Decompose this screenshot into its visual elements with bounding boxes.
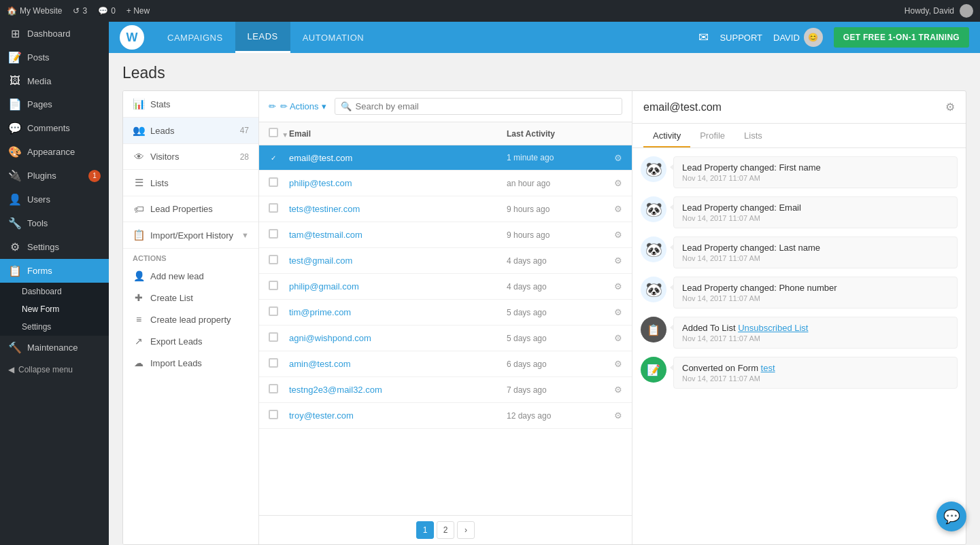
mail-icon[interactable]: ✉ [698, 30, 709, 45]
sidebar-item-tools[interactable]: 🔧 Tools [0, 211, 109, 235]
actions-button[interactable]: ✏ ✏ Actions ▾ [269, 101, 326, 111]
sidebar-item-maintenance[interactable]: 🔨 Maintenance [0, 336, 109, 359]
tab-lists[interactable]: Lists [734, 124, 772, 147]
row-checkbox[interactable] [269, 203, 278, 213]
forms-submenu-new-form[interactable]: New Form [0, 300, 109, 318]
admin-bar-revisions[interactable]: ↺ 3 [73, 6, 87, 16]
sidebar-item-posts[interactable]: 📝 Posts [0, 46, 109, 69]
sidebar-visitors[interactable]: 👁 Visitors 28 [123, 144, 258, 170]
sidebar-item-comments[interactable]: 💬 Comments [0, 116, 109, 140]
nav-leads[interactable]: LEADS [235, 22, 290, 53]
lead-row[interactable]: email@test.com 1 minute ago ⚙ [259, 145, 632, 171]
sidebar-stats[interactable]: 📊 Stats [123, 91, 258, 118]
row-checkbox[interactable] [269, 281, 278, 290]
lead-row[interactable]: tam@testmail.com 9 hours ago ⚙ [259, 222, 632, 248]
page-1-button[interactable]: 1 [416, 521, 434, 539]
lead-settings-icon[interactable]: ⚙ [602, 385, 622, 395]
action-import-leads[interactable]: ☁ Import Leads [123, 352, 258, 374]
nav-automation[interactable]: AUTOMATION [290, 22, 376, 53]
admin-bar: 🏠 My Website ↺ 3 💬 0 + New Howdy, David [0, 0, 980, 22]
chat-bubble-button[interactable]: 💬 [936, 502, 966, 531]
row-checkbox[interactable] [269, 332, 278, 342]
lead-email: philip@test.com [289, 178, 507, 188]
action-export-leads[interactable]: ↗ Export Leads [123, 330, 258, 352]
sidebar-import-export[interactable]: 📋 Import/Export History ▼ [123, 222, 258, 249]
wp-sidebar: ⊞ Dashboard 📝 Posts 🖼 Media 📄 Pages 💬 Co… [0, 22, 109, 545]
dashboard-icon: ⊞ [8, 27, 22, 40]
page-next-button[interactable]: › [457, 521, 475, 539]
lead-row[interactable]: tim@prime.com 5 days ago ⚙ [259, 300, 632, 326]
sidebar-item-forms[interactable]: 📋 Forms [0, 259, 109, 283]
lead-settings-icon[interactable]: ⚙ [602, 410, 622, 421]
support-link[interactable]: SUPPORT [720, 33, 762, 43]
activity-text: Converted on Form test [682, 363, 949, 373]
lead-row[interactable]: philip@gmail.com 4 days ago ⚙ [259, 274, 632, 300]
lead-settings-icon[interactable]: ⚙ [602, 307, 622, 317]
lead-activity: 4 days ago [507, 282, 602, 292]
admin-bar-site[interactable]: 🏠 My Website [7, 6, 62, 16]
row-checkbox[interactable] [269, 154, 278, 163]
forms-submenu-settings[interactable]: Settings [0, 318, 109, 336]
sidebar-lists[interactable]: ☰ Lists [123, 170, 258, 196]
sidebar-item-media[interactable]: 🖼 Media [0, 69, 109, 92]
cta-button[interactable]: GET FREE 1-ON-1 TRAINING [834, 27, 969, 48]
lead-settings-icon[interactable]: ⚙ [602, 204, 622, 214]
lead-row[interactable]: philip@test.com an hour ago ⚙ [259, 171, 632, 196]
row-checkbox[interactable] [269, 410, 278, 419]
action-create-list[interactable]: ✚ Create List [123, 287, 258, 309]
form-link[interactable]: test [761, 363, 775, 373]
lead-settings-icon[interactable]: ⚙ [602, 256, 622, 266]
page-2-button[interactable]: 2 [437, 521, 454, 539]
logo-button[interactable]: W [120, 25, 144, 50]
sidebar-item-dashboard[interactable]: ⊞ Dashboard [0, 22, 109, 46]
user-info[interactable]: DAVID 😊 [773, 28, 823, 47]
unsubscribed-list-link[interactable]: Unsubscribed List [738, 323, 808, 333]
lead-activity: an hour ago [507, 179, 602, 188]
visitors-count: 28 [240, 152, 249, 162]
lead-settings-icon[interactable]: ⚙ [602, 153, 622, 163]
lead-settings-icon[interactable]: ⚙ [602, 333, 622, 343]
select-all-checkbox[interactable] [269, 128, 278, 137]
lead-row[interactable]: amin@test.com 6 days ago ⚙ [259, 351, 632, 377]
admin-bar-comments[interactable]: 💬 0 [98, 6, 116, 16]
row-checkbox[interactable] [269, 384, 278, 393]
action-add-new-lead[interactable]: 👤 Add new lead [123, 265, 258, 287]
sidebar-item-settings[interactable]: ⚙ Settings [0, 235, 109, 259]
forms-submenu-dashboard[interactable]: Dashboard [0, 283, 109, 300]
collapse-menu-button[interactable]: ◀ Collapse menu [0, 359, 109, 380]
lead-settings-icon[interactable]: ⚙ [602, 178, 622, 188]
lead-settings-gear-icon[interactable]: ⚙ [945, 101, 955, 113]
tab-activity[interactable]: Activity [643, 124, 690, 147]
lead-settings-icon[interactable]: ⚙ [602, 359, 622, 369]
row-checkbox[interactable] [269, 255, 278, 264]
right-panel: email@test.com ⚙ Activity Profile Lists … [632, 91, 966, 544]
action-create-lead-property[interactable]: ≡ Create lead property [123, 309, 258, 330]
lead-row[interactable]: tets@testiner.com 9 hours ago ⚙ [259, 196, 632, 222]
row-checkbox[interactable] [269, 229, 278, 239]
sidebar-item-users[interactable]: 👤 Users [0, 188, 109, 211]
admin-bar-new[interactable]: + New [126, 6, 150, 16]
activity-time: Nov 14, 2017 11:07 AM [682, 294, 949, 302]
activity-avatar: 📝 [641, 357, 666, 383]
lead-activity: 1 minute ago [507, 153, 602, 162]
selected-lead-email: email@test.com [643, 101, 722, 113]
lead-settings-icon[interactable]: ⚙ [602, 230, 622, 240]
sidebar-item-pages[interactable]: 📄 Pages [0, 92, 109, 116]
sidebar-item-appearance[interactable]: 🎨 Appearance [0, 140, 109, 164]
nav-campaigns[interactable]: CAMPAIGNS [155, 22, 235, 53]
lead-row[interactable]: troy@tester.com 12 days ago ⚙ [259, 403, 632, 429]
leads-list: ✏ ✏ Actions ▾ 🔍 ▼ [259, 91, 632, 544]
sidebar-leads[interactable]: 👥 Leads 47 [123, 118, 258, 144]
lead-row[interactable]: agni@wishpond.com 5 days ago ⚙ [259, 326, 632, 351]
row-checkbox[interactable] [269, 177, 278, 187]
tab-profile[interactable]: Profile [690, 124, 734, 147]
sidebar-lead-properties[interactable]: 🏷 Lead Properties [123, 196, 258, 222]
row-checkbox[interactable] [269, 306, 278, 316]
activity-text: Lead Property changed: Phone number [682, 283, 949, 293]
lead-row[interactable]: testng2e3@mail32.com 7 days ago ⚙ [259, 377, 632, 403]
sidebar-item-plugins[interactable]: 🔌 Plugins 1 [0, 164, 109, 188]
lead-settings-icon[interactable]: ⚙ [602, 281, 622, 292]
row-checkbox[interactable] [269, 358, 278, 368]
lead-row[interactable]: test@gmail.com 4 days ago ⚙ [259, 248, 632, 274]
search-input[interactable] [356, 101, 616, 111]
